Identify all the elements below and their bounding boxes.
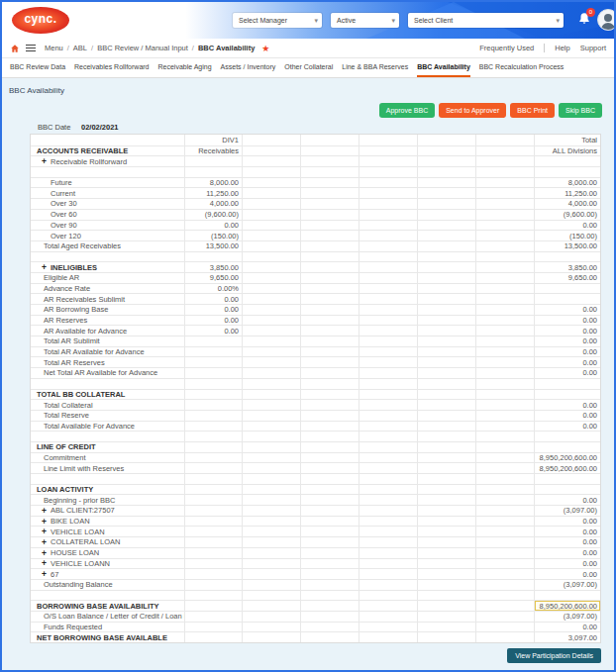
empty-cell bbox=[476, 569, 535, 579]
total-value-cell: 0.00 bbox=[535, 411, 600, 421]
expand-plus-icon[interactable]: + bbox=[42, 527, 47, 536]
div1-value-cell: DIV1 bbox=[185, 135, 243, 145]
table-row: Funds Requested0.00 bbox=[31, 622, 600, 632]
row-label-cell bbox=[31, 591, 185, 601]
empty-cell bbox=[243, 601, 301, 611]
notification-bell-icon[interactable]: 0 bbox=[577, 12, 593, 28]
empty-cell bbox=[301, 336, 359, 346]
row-label-cell: +COLLATERAL LOAN bbox=[31, 537, 185, 547]
link-help[interactable]: Help bbox=[555, 44, 569, 52]
empty-cell bbox=[243, 178, 301, 188]
empty-cell bbox=[243, 252, 301, 262]
client-select-value: Select Client bbox=[414, 17, 453, 24]
empty-cell bbox=[301, 442, 359, 452]
div1-value-cell bbox=[185, 422, 243, 432]
total-value-cell: 3,097.00 bbox=[535, 632, 600, 642]
home-icon[interactable] bbox=[10, 44, 20, 53]
row-label: Outstanding Balance bbox=[44, 580, 113, 589]
avatar-head bbox=[604, 14, 612, 22]
total-value-cell: 0.00 bbox=[535, 537, 600, 547]
tab-assets-inventory[interactable]: Assets / Inventory bbox=[221, 58, 276, 77]
expand-plus-icon[interactable]: + bbox=[42, 548, 47, 558]
empty-cell bbox=[301, 357, 359, 367]
approve-bbc-button[interactable]: Approve BBC bbox=[379, 103, 435, 118]
table-row: AR Available for Advance0.000.00 bbox=[31, 325, 600, 336]
send-to-approver-button[interactable]: Send to Approver bbox=[439, 103, 506, 118]
empty-cell bbox=[418, 231, 476, 240]
client-select[interactable]: Select Client ▾ bbox=[408, 13, 564, 28]
tab-line-bba-reserves[interactable]: Line & BBA Reserves bbox=[342, 58, 408, 77]
expand-plus-icon[interactable]: + bbox=[42, 537, 47, 547]
row-label-cell bbox=[31, 379, 185, 389]
tab-bbc-availability[interactable]: BBC Availability bbox=[417, 58, 470, 77]
empty-cell bbox=[418, 326, 476, 336]
status-select[interactable]: Active ▾ bbox=[331, 13, 399, 28]
row-label: TOTAL BB COLLATERAL bbox=[37, 390, 125, 399]
row-label-cell: Eligible AR bbox=[31, 273, 185, 283]
table-row-blank bbox=[31, 431, 600, 441]
row-label: Line Limit with Reserves bbox=[44, 464, 124, 473]
empty-cell bbox=[418, 210, 476, 220]
expand-plus-icon[interactable]: + bbox=[42, 569, 47, 579]
empty-cell bbox=[476, 580, 535, 590]
empty-cell bbox=[359, 485, 418, 495]
hamburger-menu-icon[interactable] bbox=[26, 43, 36, 53]
breadcrumb-item-bbc-availability[interactable]: BBC Availability bbox=[198, 44, 255, 52]
empty-cell bbox=[243, 210, 301, 220]
total-value-cell: 8,950,200,600.00 bbox=[535, 463, 600, 473]
table-row-blank bbox=[31, 473, 600, 484]
tab-receivable-aging[interactable]: Receivable Aging bbox=[158, 58, 212, 77]
bbc-print-button[interactable]: BBC Print bbox=[510, 103, 555, 118]
breadcrumb-item-abl[interactable]: ABL bbox=[73, 44, 87, 52]
tab-bbc-review-data[interactable]: BBC Review Data bbox=[10, 58, 65, 77]
empty-cell bbox=[418, 316, 476, 326]
expand-plus-icon[interactable]: + bbox=[42, 559, 47, 569]
empty-cell bbox=[359, 284, 418, 294]
link-support[interactable]: Support bbox=[580, 44, 606, 52]
expand-plus-icon[interactable]: + bbox=[42, 262, 47, 272]
table-row: Commitment8,950,200,600.00 bbox=[31, 452, 600, 463]
expand-plus-icon[interactable]: + bbox=[42, 506, 47, 516]
breadcrumb-menu[interactable]: Menu bbox=[45, 44, 63, 52]
expand-plus-icon[interactable]: + bbox=[42, 517, 47, 527]
page-title: BBC Availability bbox=[9, 86, 64, 95]
breadcrumb-item-bbc-review-manual-input[interactable]: BBC Review / Manual Input bbox=[97, 44, 188, 52]
div1-value-cell bbox=[185, 580, 243, 590]
total-value-cell: 0.00 bbox=[535, 336, 600, 346]
skip-bbc-button[interactable]: Skip BBC bbox=[559, 103, 602, 118]
div1-value-cell bbox=[185, 357, 243, 367]
tab-bbc-recalculation-process[interactable]: BBC Recalculation Process bbox=[479, 58, 565, 77]
empty-cell bbox=[359, 474, 418, 484]
chevron-down-icon: ▾ bbox=[314, 13, 318, 28]
empty-cell bbox=[418, 305, 476, 315]
row-label-cell bbox=[31, 432, 185, 441]
breadcrumb-separator: / bbox=[91, 44, 93, 52]
empty-cell bbox=[359, 390, 418, 400]
view-participation-details-button[interactable]: View Participation Details bbox=[507, 648, 601, 663]
cync-logo[interactable]: cync. bbox=[12, 7, 69, 34]
tab-receivables-rollforward[interactable]: Receivables Rollforward bbox=[74, 58, 149, 77]
manager-select[interactable]: Select Manager ▾ bbox=[233, 13, 322, 28]
user-avatar[interactable] bbox=[597, 9, 614, 31]
favorite-star-icon[interactable]: ★ bbox=[261, 44, 269, 53]
empty-cell bbox=[359, 326, 418, 336]
row-label-cell: AR Borrowing Base bbox=[31, 305, 185, 315]
tab-other-collateral[interactable]: Other Collateral bbox=[284, 58, 333, 77]
bbc-date-value[interactable]: 02/02/2021 bbox=[81, 123, 119, 132]
empty-cell bbox=[301, 294, 359, 304]
table-row: BORROWING BASE AVAILABILITY8,950,200,600… bbox=[31, 600, 600, 611]
empty-cell bbox=[476, 188, 535, 198]
empty-cell bbox=[301, 411, 359, 421]
empty-cell bbox=[418, 623, 476, 632]
div1-value-cell bbox=[185, 495, 243, 505]
row-label: Advance Rate bbox=[44, 284, 90, 293]
div1-value-cell: 0.00 bbox=[185, 316, 243, 326]
total-value-cell bbox=[535, 294, 600, 304]
empty-cell bbox=[301, 623, 359, 632]
empty-cell bbox=[476, 221, 535, 231]
expand-plus-icon[interactable]: + bbox=[42, 156, 47, 166]
empty-cell bbox=[359, 495, 418, 505]
table-row: Total AR Available for Advance0.00 bbox=[31, 346, 600, 357]
empty-cell bbox=[243, 495, 301, 505]
link-frequently-used[interactable]: Frequently Used bbox=[479, 44, 534, 52]
